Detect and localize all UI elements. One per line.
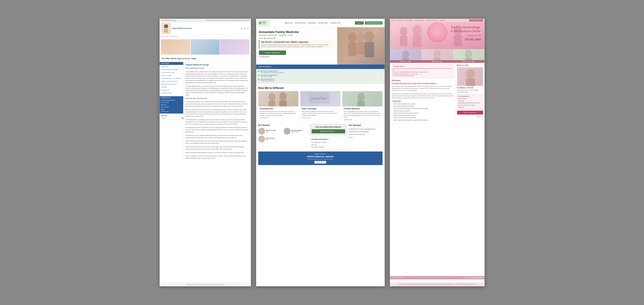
svg-rect-13 [357, 101, 365, 106]
services-more-link[interactable]: MORE > [349, 137, 382, 138]
nav-doctors[interactable]: OUR DOCTORS [295, 22, 306, 24]
sidebar-item-news[interactable]: Important News and Updates [160, 68, 183, 71]
p1-url[interactable]: CapitolMedicalGroup.com [161, 20, 176, 21]
nav-services[interactable]: SERVICES [308, 22, 316, 24]
p3-nav-meetdr[interactable]: Meet Dr. Hall [396, 20, 403, 21]
p2-hero-image [337, 27, 384, 65]
p1-address: 8401 Connecticut Ave. | Chevy Chase, Mar… [207, 20, 250, 21]
sidebar-item-exams[interactable]: Exams/Vaccines & Our Planning [160, 77, 183, 80]
card-care-link[interactable]: LEARN MORE > [260, 117, 297, 119]
p3-specialties-box: Our Specialties Perimenopause Menopause … [457, 94, 483, 110]
p3-back-to-top[interactable]: Back to Top [457, 116, 483, 117]
print-icon[interactable]: 🖨 [244, 27, 246, 30]
p2-hero-subtitle: INTERNAL MEDICINE | PRIMARY CARE [259, 34, 334, 36]
p2-new-patients-box: Now Accepting New Patients BECOME A PATI… [310, 124, 347, 135]
patient-link-1-title[interactable]: Sign Up for Online Access » [260, 70, 284, 72]
p3-gyn-label: GYNECOLOGY [390, 60, 422, 63]
p3-footer-links: Home Terms of Use [392, 277, 404, 278]
email-icon[interactable]: ✉ [240, 27, 242, 30]
patient-link-1-desc: For Lab Results, Refilling Prescriptions… [260, 72, 284, 73]
p2-topnav: 🌿 PRIVIA MEDICAL GROUP ABOUT US OUR DOCT… [256, 19, 384, 27]
p3-footer-home[interactable]: Home [392, 277, 395, 278]
p1-content: MAIN MENU About CMG Important News and U… [160, 62, 251, 162]
p3-face-gynecology: GYNECOLOGY [390, 49, 422, 63]
patient-link-2-title[interactable]: Schedule an Appointment » [260, 74, 278, 76]
panel-capitol-medical: CapitolMedicalGroup.com 8401 Connecticut… [160, 19, 251, 286]
p3-nav-home[interactable]: Home [391, 20, 394, 21]
sidebar-item-about[interactable]: About CMG [160, 65, 183, 68]
contact-billing: 240-482-1544 [161, 111, 182, 113]
p1-sidebar: MAIN MENU About CMG Important News and U… [160, 62, 184, 162]
sidebar-item-erx[interactable]: eRx/ERX [160, 86, 183, 89]
card-smart-tech: BLOOD PRESSURE Smart Technology We'll mo… [300, 91, 340, 122]
p2-doctors-title: Our Doctors [258, 124, 308, 126]
specialty-5: Aesthetics [458, 106, 482, 108]
p3-nav-patients[interactable]: Patient Information [414, 20, 424, 21]
p3-nav-store[interactable]: Dr. Hall's Online Store [426, 20, 438, 21]
p1-logo-name: Capitol MedicalGroup [162, 29, 170, 33]
contact-fax: 301-652-4815 [161, 106, 182, 108]
p1-cmg-title: CMG Joins PMG, Goes Electronic! [186, 97, 249, 100]
doctor-sutharto-title: M.D. [266, 139, 275, 140]
patient-link-3-title[interactable]: Pay Your Bill Online » [260, 79, 275, 80]
menu-icon[interactable]: ☰ [247, 27, 249, 30]
p3-main-col: ***PLEASE NOTE*** AS OF 5/1/15 WE HAVE C… [390, 63, 456, 123]
p2-hero-title: Annandale Family Medicine [259, 30, 334, 34]
sidebar-item-lactation[interactable]: Lactation Support [160, 92, 183, 94]
contact-fax-label: Main Fax: [161, 104, 182, 106]
nav-about[interactable]: ABOUT US [285, 22, 292, 24]
sidebar-item-resources[interactable]: Resources and Education [160, 83, 183, 86]
p2-logo: 🌿 PRIVIA MEDICAL GROUP [258, 20, 270, 26]
p2-logo-box[interactable]: 🌿 PRIVIA MEDICAL GROUP [258, 20, 270, 26]
card-tech-link[interactable]: LEARN MORE > [302, 117, 339, 119]
p1-bullet6: Online Bill Pay. Who wants to write a ch… [186, 146, 249, 150]
nav-contact[interactable]: CONTACT US [331, 22, 340, 24]
specialty-1: Perimenopause [458, 98, 482, 100]
contact-section-label: CONTACT US [161, 97, 182, 98]
p2-address2: Suite #70 [311, 144, 346, 146]
p3-weight-mgmt-link[interactable]: Weight Management [469, 19, 483, 22]
p1-footer-copyright: Copyright © 2011 Capitol Medical Group. … [186, 284, 224, 285]
p3-hero-title-line2: & Menopause Center [450, 30, 481, 33]
sidebar-item-newpatients[interactable]: New Patients [160, 89, 183, 92]
arrow-icon-2: ▶ [258, 74, 260, 76]
p2-new-patients-title: Now Accepting New Patients [312, 126, 345, 128]
credential-8: Expert in reproductive management throug… [394, 119, 454, 121]
p3-female-physician-title: A Female Physician who Understands Femal… [392, 83, 454, 85]
card-care-text: We make interacting with the practice ea… [260, 111, 297, 116]
svg-rect-1 [348, 43, 357, 56]
p1-logo-text: Capitol Medical Group [172, 27, 192, 30]
p2-location-title[interactable]: Locations & Directions » [311, 138, 346, 141]
p2-address1: 7617 Little River Turnpike [311, 141, 346, 144]
sidebar-item-policies[interactable]: Policies, Insurance, Forms [160, 80, 183, 83]
svg-point-22 [433, 50, 441, 58]
book-appointment-button[interactable]: Book an Appointment [457, 111, 483, 115]
p3-nav-specialties[interactable]: Our Specialties [405, 20, 413, 21]
credential-5: Certified and experienced Menopause Phys… [394, 112, 454, 114]
p3-notice-box: ***PLEASE NOTE*** AS OF 5/1/15 WE HAVE C… [392, 64, 454, 78]
card-proactive-link[interactable]: LEARN MORE > [344, 119, 381, 121]
privia-learn-button[interactable]: LEARN MORE [314, 161, 326, 164]
nav-patient-info[interactable]: PATIENT INFO [318, 22, 328, 24]
p3-right-col: Meet Dr. Hall Dr. Melissa A. Hall, MD Dr… [456, 63, 484, 123]
credential-7: Member of American Board of Obstetrician… [394, 117, 454, 119]
patient-link-online: ▶ Sign Up for Online Access » For Lab Re… [258, 70, 382, 73]
p3-nav-contact[interactable]: Contact Us [440, 20, 445, 21]
p1-hero-img-2 [191, 39, 220, 55]
credential-1: Board Certified Obstetrician-Gynecologis… [394, 103, 454, 105]
become-patient-button[interactable]: BECOME A PATIENT › [312, 129, 345, 133]
p1-body2: At Capitol Medical Group, we are proud t… [186, 85, 249, 96]
patient-link-schedule: ▶ Schedule an Appointment » For Your Nex… [258, 74, 382, 77]
sidebar-item-location[interactable]: Location & Hours [160, 74, 183, 77]
p2-howdiff-title: How We're Different [256, 84, 384, 91]
p3-footer-terms[interactable]: Terms of Use [396, 277, 403, 278]
p3-footer-powered-icon: ★ NITY DOCTOR [470, 277, 482, 278]
search-input[interactable] [161, 117, 180, 119]
sidebar-item-staff[interactable]: Our Professional Staff [160, 71, 183, 74]
signin-button[interactable]: & Sign In [355, 21, 364, 25]
schedule-nav-button[interactable]: Schedule Appointment [365, 21, 382, 25]
learn-more-link[interactable]: or LEARN MORE [259, 56, 270, 57]
p2-location-box: Locations & Directions » 7617 Little Riv… [310, 137, 347, 150]
schedule-appointment-button[interactable]: Schedule Appointment [259, 51, 286, 55]
p1-main-title: Capitol Medical Group [186, 63, 249, 66]
